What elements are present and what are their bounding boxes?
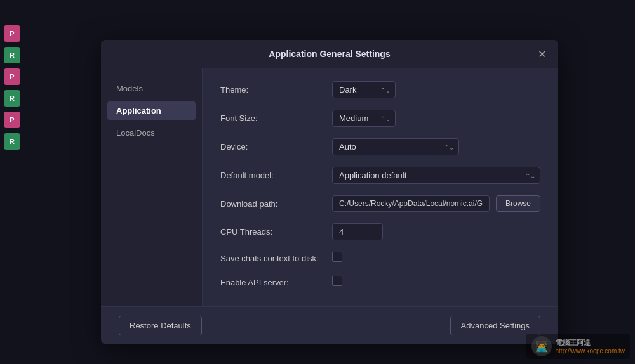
api-server-label: Enable API server: (220, 278, 322, 287)
dialog-nav: Models Application LocalDocs (101, 68, 203, 306)
save-chats-row: Save chats context to disk: (220, 252, 540, 264)
app-background: ☰ P R P R P R Application General Settin… (0, 0, 635, 364)
device-select-wrapper: Auto CPU GPU (332, 138, 459, 155)
default-model-control: Application default (332, 167, 540, 184)
theme-control: Dark Light System (332, 81, 540, 98)
save-chats-label: Save chats context to disk: (220, 254, 322, 263)
cpu-threads-label: CPU Threads: (220, 227, 322, 237)
avatar-3[interactable]: P (4, 68, 20, 85)
font-size-row: Font Size: Small Medium Large (220, 110, 540, 127)
default-model-select[interactable]: Application default (332, 167, 540, 184)
watermark-icon: 🧑‍💻 (531, 336, 552, 356)
avatar-2[interactable]: R (4, 47, 20, 63)
api-server-checkbox[interactable] (332, 276, 342, 286)
dialog-body: Models Application LocalDocs Theme: Dark (101, 68, 558, 306)
download-path-row: Download path: Browse (220, 195, 540, 212)
nav-item-application[interactable]: Application (107, 101, 196, 120)
default-model-label: Default model: (220, 171, 322, 180)
avatar-1[interactable]: P (4, 25, 20, 42)
download-path-label: Download path: (220, 199, 322, 209)
theme-row: Theme: Dark Light System (220, 81, 540, 98)
settings-content: Theme: Dark Light System (203, 68, 558, 306)
nav-item-localdocs[interactable]: LocalDocs (107, 123, 196, 143)
save-chats-control (332, 252, 540, 264)
watermark-text: 電腦王阿達 http://www.kocpc.com.tw (556, 338, 625, 354)
api-server-control (332, 276, 540, 289)
avatar-5[interactable]: P (4, 112, 20, 128)
nav-item-models[interactable]: Models (107, 79, 196, 98)
cpu-threads-control (332, 223, 540, 240)
avatar-6[interactable]: R (4, 133, 20, 150)
watermark-url: http://www.kocpc.com.tw (556, 348, 625, 354)
device-label: Device: (220, 142, 322, 152)
api-server-row: Enable API server: (220, 276, 540, 289)
default-model-row: Default model: Application default (220, 167, 540, 184)
device-select[interactable]: Auto CPU GPU (332, 138, 459, 155)
theme-select[interactable]: Dark Light System (332, 81, 396, 98)
font-size-label: Font Size: (220, 114, 322, 123)
close-button[interactable]: ✕ (534, 46, 549, 62)
watermark: 🧑‍💻 電腦王阿達 http://www.kocpc.com.tw (526, 334, 630, 359)
restore-defaults-button[interactable]: Restore Defaults (119, 316, 202, 335)
device-row: Device: Auto CPU GPU (220, 138, 540, 155)
dialog-header: Application General Settings ✕ (101, 40, 558, 68)
font-size-select-wrapper: Small Medium Large (332, 110, 396, 127)
dialog-overlay: Application General Settings ✕ Models Ap… (24, 20, 635, 364)
device-control: Auto CPU GPU (332, 138, 540, 155)
dialog-title: Application General Settings (269, 49, 390, 59)
watermark-box: 🧑‍💻 電腦王阿達 http://www.kocpc.com.tw (526, 334, 630, 359)
cpu-threads-row: CPU Threads: (220, 223, 540, 240)
top-bar: ☰ (0, 0, 635, 20)
download-path-control: Browse (332, 195, 540, 212)
advanced-settings-button[interactable]: Advanced Settings (450, 316, 540, 335)
sidebar-strip: P R P R P R (0, 0, 24, 364)
cpu-threads-input[interactable] (332, 223, 383, 240)
browse-button[interactable]: Browse (496, 195, 540, 212)
font-size-control: Small Medium Large (332, 110, 540, 127)
font-size-select[interactable]: Small Medium Large (332, 110, 396, 127)
download-path-input[interactable] (332, 195, 490, 212)
theme-label: Theme: (220, 85, 322, 94)
settings-dialog: Application General Settings ✕ Models Ap… (101, 40, 558, 344)
watermark-cn-text: 電腦王阿達 (556, 338, 625, 348)
theme-select-wrapper: Dark Light System (332, 81, 396, 98)
avatar-4[interactable]: R (4, 90, 20, 107)
dialog-footer: Restore Defaults Advanced Settings (101, 306, 558, 344)
save-chats-checkbox[interactable] (332, 252, 342, 262)
